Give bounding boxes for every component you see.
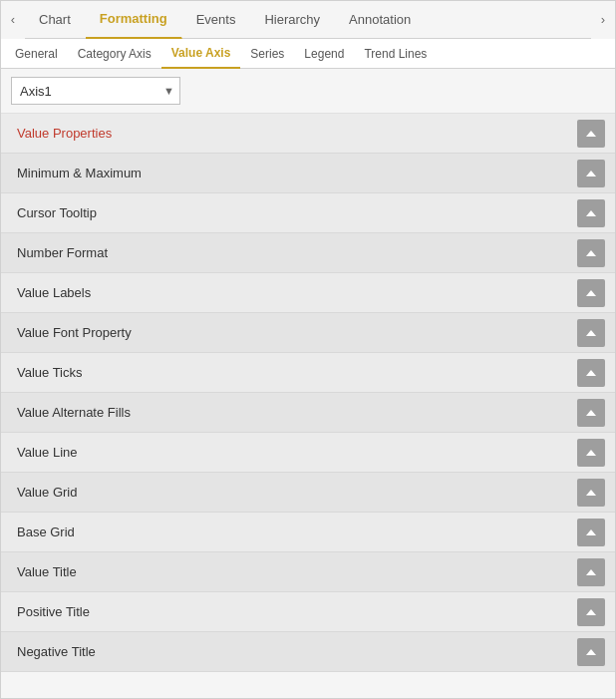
section-value-title[interactable]: Value Title (1, 552, 615, 592)
next-tab-arrow[interactable]: › (591, 1, 615, 39)
section-value-properties[interactable]: Value Properties (1, 114, 615, 154)
top-tab-chart[interactable]: Chart (25, 1, 86, 39)
top-tabs-container: ChartFormattingEventsHierarchyAnnotation (25, 1, 591, 39)
prev-tab-arrow[interactable]: ‹ (1, 1, 25, 39)
axis-dropdown[interactable]: Axis1Axis2 (11, 77, 180, 105)
chevron-up-icon (586, 649, 596, 655)
section-value-line[interactable]: Value Line (1, 433, 615, 473)
chevron-up-icon (586, 370, 596, 376)
main-container: ‹ ChartFormattingEventsHierarchyAnnotati… (0, 0, 616, 699)
sub-tabs-bar: GeneralCategory AxisValue AxisSeriesLege… (1, 39, 615, 69)
sections-list: Value PropertiesMinimum & MaximumCursor … (1, 114, 615, 698)
chevron-up-icon (586, 171, 596, 176)
chevron-up-icon (586, 330, 596, 336)
section-chevron-value-properties[interactable] (577, 120, 605, 148)
sub-tab-category-axis[interactable]: Category Axis (68, 39, 161, 69)
section-label-minimum-maximum: Minimum & Maximum (17, 166, 142, 180)
section-label-value-grid: Value Grid (17, 485, 77, 500)
section-chevron-value-alternate-fills[interactable] (577, 399, 605, 427)
chevron-up-icon (586, 290, 596, 296)
chevron-up-icon (586, 210, 596, 216)
axis-dropdown-row: Axis1Axis2 ▼ (1, 69, 615, 114)
chevron-up-icon (586, 450, 596, 456)
section-number-format[interactable]: Number Format (1, 233, 615, 273)
top-tab-formatting[interactable]: Formatting (86, 1, 182, 39)
chevron-up-icon (586, 410, 596, 416)
section-chevron-negative-title[interactable] (577, 638, 605, 666)
chevron-up-icon (586, 529, 596, 535)
chevron-up-icon (586, 609, 596, 615)
section-value-font-property[interactable]: Value Font Property (1, 313, 615, 353)
chevron-up-icon (586, 250, 596, 256)
section-chevron-minimum-maximum[interactable] (577, 160, 605, 187)
section-chevron-value-grid[interactable] (577, 479, 605, 507)
section-label-cursor-tooltip: Cursor Tooltip (17, 205, 97, 220)
section-base-grid[interactable]: Base Grid (1, 513, 615, 552)
section-label-value-alternate-fills: Value Alternate Fills (17, 405, 131, 420)
section-value-labels[interactable]: Value Labels (1, 273, 615, 313)
sub-tab-value-axis[interactable]: Value Axis (161, 39, 241, 69)
section-chevron-number-format[interactable] (577, 239, 605, 267)
section-chevron-value-title[interactable] (577, 558, 605, 586)
sub-tab-trend-lines[interactable]: Trend Lines (354, 39, 437, 69)
top-tab-annotation[interactable]: Annotation (335, 1, 426, 39)
chevron-up-icon (586, 490, 596, 496)
top-tab-hierarchy[interactable]: Hierarchy (250, 1, 335, 39)
sub-tab-legend[interactable]: Legend (294, 39, 354, 69)
section-label-value-line: Value Line (17, 445, 77, 460)
section-label-value-ticks: Value Ticks (17, 365, 83, 380)
section-cursor-tooltip[interactable]: Cursor Tooltip (1, 193, 615, 233)
top-tabs-bar: ‹ ChartFormattingEventsHierarchyAnnotati… (1, 1, 615, 39)
section-label-value-labels: Value Labels (17, 285, 91, 300)
axis-dropdown-wrapper: Axis1Axis2 ▼ (11, 77, 180, 105)
section-label-base-grid: Base Grid (17, 524, 75, 539)
section-chevron-value-labels[interactable] (577, 279, 605, 307)
chevron-up-icon (586, 569, 596, 575)
sub-tab-general[interactable]: General (5, 39, 68, 69)
section-label-value-properties: Value Properties (17, 126, 112, 141)
section-positive-title[interactable]: Positive Title (1, 592, 615, 632)
section-chevron-cursor-tooltip[interactable] (577, 199, 605, 227)
section-label-number-format: Number Format (17, 245, 108, 260)
sub-tabs-container: GeneralCategory AxisValue AxisSeriesLege… (5, 39, 437, 69)
top-tab-events[interactable]: Events (182, 1, 251, 39)
section-label-value-title: Value Title (17, 564, 77, 579)
section-negative-title[interactable]: Negative Title (1, 632, 615, 672)
section-value-ticks[interactable]: Value Ticks (1, 353, 615, 393)
section-chevron-positive-title[interactable] (577, 598, 605, 626)
section-label-positive-title: Positive Title (17, 604, 90, 619)
sub-tab-series[interactable]: Series (240, 39, 294, 69)
section-chevron-base-grid[interactable] (577, 519, 605, 546)
section-label-negative-title: Negative Title (17, 644, 96, 659)
section-value-grid[interactable]: Value Grid (1, 473, 615, 513)
section-minimum-maximum[interactable]: Minimum & Maximum (1, 154, 615, 193)
chevron-up-icon (586, 131, 596, 137)
section-label-value-font-property: Value Font Property (17, 325, 132, 340)
section-chevron-value-ticks[interactable] (577, 359, 605, 387)
section-value-alternate-fills[interactable]: Value Alternate Fills (1, 393, 615, 433)
section-chevron-value-font-property[interactable] (577, 319, 605, 347)
section-chevron-value-line[interactable] (577, 439, 605, 467)
